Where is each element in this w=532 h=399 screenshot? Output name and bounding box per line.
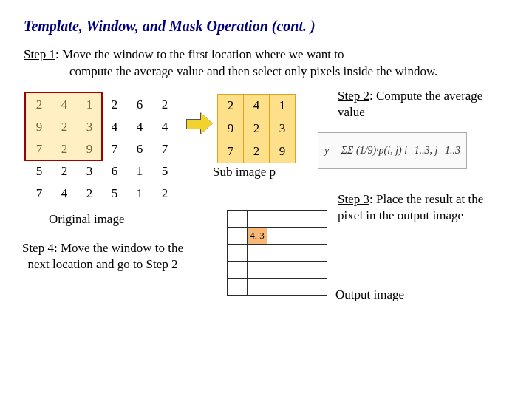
step-3: Step 3: Place the result at the pixel in… xyxy=(338,191,500,224)
out-cell xyxy=(287,261,307,278)
sub-cell: 7 xyxy=(218,140,244,163)
og-cell: 4 xyxy=(127,116,152,138)
og-cell: 6 xyxy=(127,138,152,160)
out-cell xyxy=(248,261,267,278)
og-cell: 9 xyxy=(27,116,52,138)
formula: y = ΣΣ (1/9)·p(i, j) i=1..3, j=1..3 xyxy=(318,132,467,169)
og-cell: 5 xyxy=(102,183,127,205)
out-cell xyxy=(228,210,248,227)
og-cell: 4 xyxy=(102,116,127,138)
step-1-text-b: compute the average value and then selec… xyxy=(24,64,508,81)
out-cell xyxy=(248,244,267,261)
og-cell: 1 xyxy=(77,94,102,116)
sub-cell: 2 xyxy=(244,140,270,163)
og-cell: 6 xyxy=(102,160,127,183)
og-cell: 3 xyxy=(77,160,102,183)
og-cell: 1 xyxy=(127,160,152,183)
out-cell xyxy=(248,278,267,295)
step-4: Step 4: Move the window to the next loca… xyxy=(10,240,195,273)
out-cell xyxy=(228,244,248,261)
original-image-caption: Original image xyxy=(49,212,124,227)
sub-cell: 3 xyxy=(270,117,296,140)
out-cell xyxy=(228,227,248,244)
original-image-grid: 2 4 1 2 6 2 9 2 3 4 4 4 7 2 9 7 6 7 5 2 … xyxy=(27,94,177,205)
og-cell: 2 xyxy=(52,160,77,183)
step-2-label: Step 2 xyxy=(338,89,369,103)
og-cell: 7 xyxy=(27,138,52,160)
slide-title: Template, Window, and Mask Operation (co… xyxy=(24,18,508,35)
og-cell: 4 xyxy=(152,116,177,138)
step-1-text-a: : Move the window to the first location … xyxy=(55,47,344,61)
out-cell xyxy=(307,261,327,278)
og-cell: 2 xyxy=(77,183,102,205)
og-cell: 1 xyxy=(127,183,152,205)
sub-cell: 2 xyxy=(244,117,270,140)
og-cell: 2 xyxy=(102,94,127,116)
out-cell xyxy=(267,278,287,295)
og-cell: 7 xyxy=(102,138,127,160)
out-cell xyxy=(307,210,327,227)
og-cell: 2 xyxy=(52,138,77,160)
output-image-grid: 4. 3 xyxy=(227,210,327,296)
og-cell: 7 xyxy=(152,138,177,160)
out-cell xyxy=(307,278,327,295)
out-cell xyxy=(267,261,287,278)
sub-image-caption: Sub image p xyxy=(213,165,276,180)
out-cell xyxy=(267,227,287,244)
og-cell: 4 xyxy=(52,94,77,116)
step-4-label: Step 4 xyxy=(22,241,54,255)
og-cell: 2 xyxy=(52,116,77,138)
sub-cell: 9 xyxy=(270,140,296,163)
out-cell xyxy=(307,227,327,244)
step-1-label: Step 1 xyxy=(24,47,55,61)
out-cell xyxy=(287,227,307,244)
og-cell: 4 xyxy=(52,183,77,205)
og-cell: 9 xyxy=(77,138,102,160)
sub-cell: 2 xyxy=(218,94,244,117)
og-cell: 2 xyxy=(152,94,177,116)
og-cell: 2 xyxy=(152,183,177,205)
og-cell: 5 xyxy=(27,160,52,183)
output-image-caption: Output image xyxy=(335,287,404,302)
sub-cell: 4 xyxy=(244,94,270,117)
sub-cell: 9 xyxy=(218,117,244,140)
og-cell: 6 xyxy=(127,94,152,116)
step-3-label: Step 3 xyxy=(338,192,369,206)
out-cell xyxy=(307,244,327,261)
out-cell xyxy=(267,244,287,261)
out-cell xyxy=(228,261,248,278)
out-cell xyxy=(287,278,307,295)
sub-image-grid: 2 4 1 9 2 3 7 2 9 xyxy=(217,94,296,163)
out-cell xyxy=(287,244,307,261)
og-cell: 5 xyxy=(152,160,177,183)
content-area: 2 4 1 2 6 2 9 2 3 4 4 4 7 2 9 7 6 7 5 2 … xyxy=(24,88,508,339)
og-cell: 7 xyxy=(27,183,52,205)
step-2: Step 2: Compute the average value xyxy=(338,88,500,120)
out-cell xyxy=(287,210,307,227)
step-1: Step 1: Move the window to the first loc… xyxy=(24,47,508,81)
og-cell: 2 xyxy=(27,94,52,116)
out-cell xyxy=(267,210,287,227)
og-cell: 3 xyxy=(77,116,102,138)
out-cell-result: 4. 3 xyxy=(248,227,267,244)
out-cell xyxy=(228,278,248,295)
sub-cell: 1 xyxy=(270,94,296,117)
out-cell xyxy=(248,210,267,227)
arrow-icon xyxy=(186,115,213,132)
